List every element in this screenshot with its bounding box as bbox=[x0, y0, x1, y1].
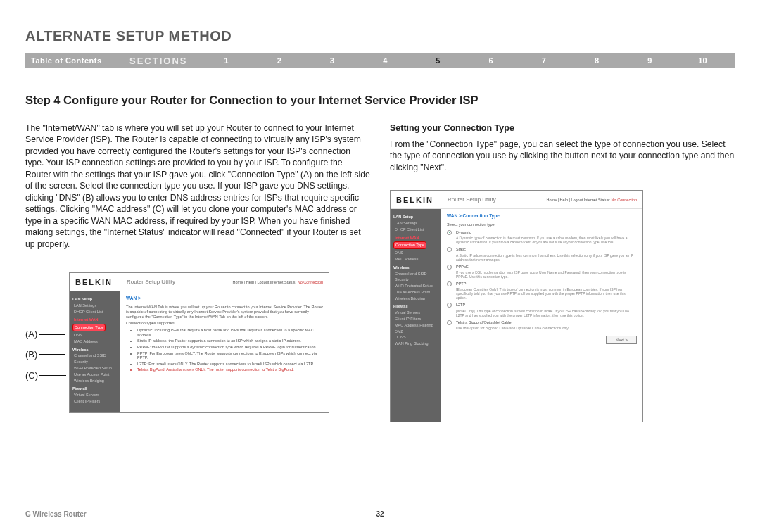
toc-link[interactable]: Table of Contents bbox=[31, 56, 129, 65]
sections-label: SECTIONS bbox=[129, 56, 200, 66]
radio-l2tp bbox=[447, 303, 452, 308]
radio-telstra bbox=[447, 320, 452, 325]
section-1[interactable]: 1 bbox=[200, 56, 253, 65]
breadcrumb-wan: WAN > bbox=[126, 296, 323, 302]
utility-title-2: Router Setup Utility bbox=[448, 196, 496, 204]
step-heading: Step 4 Configure your Router for Connect… bbox=[25, 94, 735, 107]
header-links: Home | Help | Logout Internet Status: No… bbox=[233, 280, 324, 285]
section-9[interactable]: 9 bbox=[623, 56, 676, 65]
section-navbar: Table of Contents SECTIONS 1 2 3 4 5 6 7… bbox=[25, 53, 735, 68]
screenshot-wan-overview: BELKIN Router Setup Utility Home | Help … bbox=[69, 272, 329, 413]
section-8[interactable]: 8 bbox=[570, 56, 623, 65]
footer-product: G Wireless Router bbox=[25, 510, 87, 518]
label-a: (A) bbox=[25, 328, 37, 341]
status-no-connection: No Connection bbox=[298, 280, 323, 284]
callout-labels: (A) (B) (C) bbox=[25, 328, 66, 382]
section-7[interactable]: 7 bbox=[517, 56, 570, 65]
belkin-logo-2: BELKIN bbox=[396, 195, 433, 205]
select-label: Select your connection type: bbox=[447, 222, 637, 227]
section-10[interactable]: 10 bbox=[676, 56, 729, 65]
belkin-logo: BELKIN bbox=[75, 277, 113, 288]
radio-dynamic bbox=[447, 230, 452, 235]
utility-title: Router Setup Utility bbox=[127, 279, 175, 286]
page-title: ALTERNATE SETUP METHOD bbox=[25, 28, 735, 44]
radio-pptp bbox=[447, 281, 452, 286]
page-number: 32 bbox=[376, 510, 384, 518]
shot1-supported-label: Connection types supported: bbox=[126, 321, 323, 326]
section-3[interactable]: 3 bbox=[305, 56, 358, 65]
label-c: (C) bbox=[25, 369, 38, 382]
left-paragraph: The "Internet/WAN" tab is where you will… bbox=[25, 122, 370, 250]
section-4[interactable]: 4 bbox=[359, 56, 412, 65]
radio-pppoe bbox=[447, 265, 452, 270]
shot1-bullets: Dynamic: including ISPs that require a h… bbox=[133, 328, 323, 372]
radio-static bbox=[447, 247, 452, 252]
screenshot-connection-type: BELKIN Router Setup Utility Home | Help … bbox=[390, 190, 643, 422]
next-button: Next > bbox=[606, 336, 637, 344]
sidebar-left-shot2: LAN Setup LAN Settings DHCP Client List … bbox=[391, 209, 441, 422]
section-5[interactable]: 5 bbox=[412, 56, 464, 65]
sidebar-left-shot1: LAN Setup LAN Settings DHCP Client List … bbox=[70, 291, 120, 412]
section-2[interactable]: 2 bbox=[253, 56, 305, 65]
right-subhead: Setting your Connection Type bbox=[390, 122, 735, 134]
sidebar-connection-type-2: Connection Type bbox=[393, 241, 426, 249]
shot1-intro: The Internet/WAN Tab is where you will s… bbox=[126, 305, 323, 319]
header-links-2: Home | Help | Logout Internet Status: No… bbox=[546, 198, 637, 203]
right-paragraph: From the "Connection Type" page, you can… bbox=[390, 139, 735, 173]
sidebar-connection-type: Connection Type bbox=[72, 324, 106, 331]
section-6[interactable]: 6 bbox=[464, 56, 517, 65]
breadcrumb-connection-type: WAN > Connection Type bbox=[447, 213, 637, 220]
label-b: (B) bbox=[25, 348, 37, 361]
